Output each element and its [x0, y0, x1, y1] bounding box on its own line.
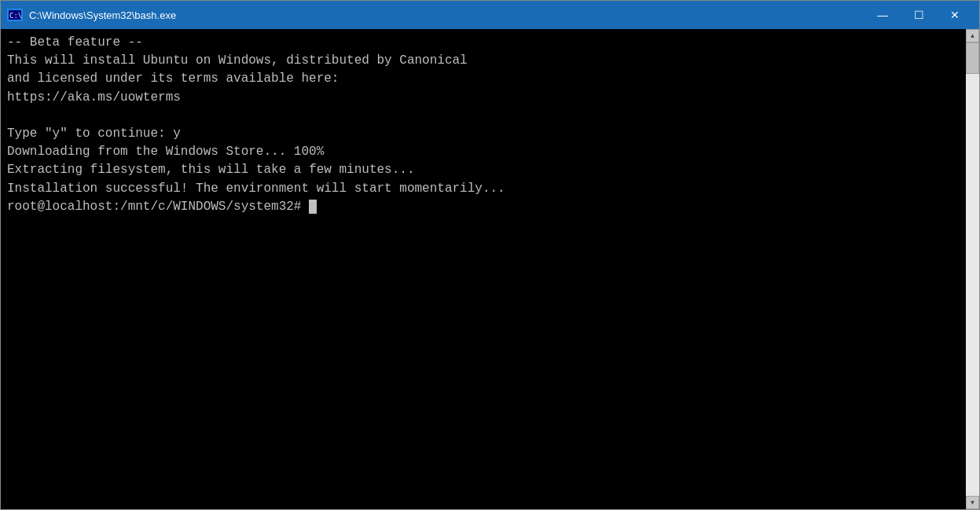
- close-button[interactable]: ✕: [937, 1, 973, 29]
- scroll-thumb[interactable]: [966, 42, 979, 74]
- svg-text:C:\: C:\: [9, 12, 22, 20]
- scroll-up-icon: ▲: [971, 32, 974, 39]
- window: C:\ C:\Windows\System32\bash.exe — ☐ ✕ -…: [0, 0, 980, 510]
- window-icon: C:\: [7, 9, 23, 21]
- window-body: -- Beta feature -- This will install Ubu…: [1, 29, 979, 509]
- maximize-button[interactable]: ☐: [901, 1, 937, 29]
- terminal-content: -- Beta feature -- This will install Ubu…: [7, 34, 960, 216]
- cursor: [309, 200, 317, 214]
- scroll-down-icon: ▼: [971, 499, 974, 506]
- terminal-line-1: -- Beta feature -- This will install Ubu…: [7, 35, 505, 214]
- scrollbar: ▲ ▼: [966, 29, 979, 509]
- scroll-track[interactable]: [966, 42, 979, 496]
- minimize-button[interactable]: —: [864, 1, 901, 29]
- scroll-down-button[interactable]: ▼: [966, 496, 979, 509]
- terminal[interactable]: -- Beta feature -- This will install Ubu…: [1, 29, 966, 509]
- window-controls: — ☐ ✕: [864, 1, 973, 29]
- title-bar: C:\ C:\Windows\System32\bash.exe — ☐ ✕: [1, 1, 979, 29]
- scroll-up-button[interactable]: ▲: [966, 29, 979, 42]
- window-title: C:\Windows\System32\bash.exe: [29, 9, 864, 21]
